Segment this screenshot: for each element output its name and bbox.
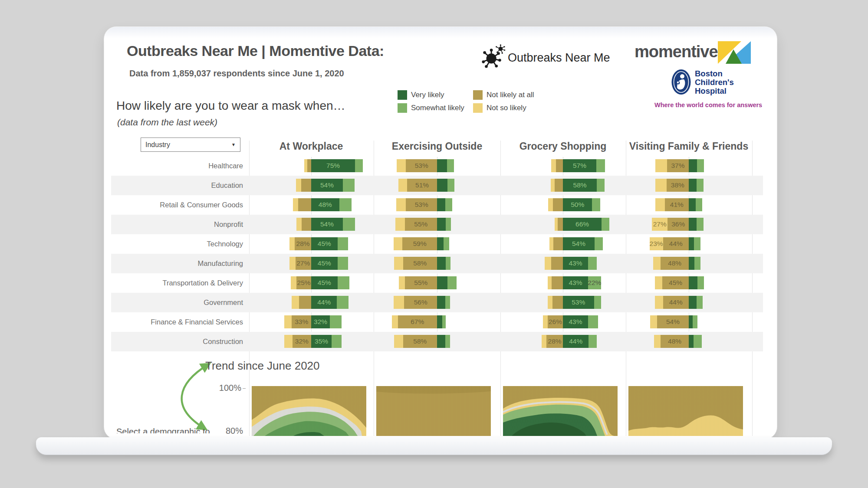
bar-segment-yellow[interactable] xyxy=(392,315,398,328)
bar-segment-yellow[interactable]: 23% xyxy=(650,237,663,250)
bar-segment-somewhat[interactable] xyxy=(444,237,450,250)
bar-segment-yellow[interactable] xyxy=(284,335,293,348)
bar-segment-somewhat[interactable]: 22% xyxy=(588,276,601,289)
bar-segment-very[interactable]: 43% xyxy=(563,276,588,289)
bar-segment-very[interactable] xyxy=(437,159,447,172)
bar-segment-yellow[interactable] xyxy=(548,276,552,289)
bar-segment-very[interactable] xyxy=(437,315,442,328)
bar-segment-very[interactable] xyxy=(689,296,697,309)
bar-segment-somewhat[interactable] xyxy=(596,159,605,172)
bar-segment-somewhat[interactable] xyxy=(697,179,704,192)
trend-chart-grocery-shopping[interactable] xyxy=(503,386,618,436)
bar-segment-very[interactable] xyxy=(689,315,693,328)
bar-segment-yellow[interactable] xyxy=(542,335,546,348)
bar-segment-gold[interactable] xyxy=(298,198,311,211)
bar[interactable]: 56% xyxy=(394,296,450,309)
bar-segment-somewhat[interactable] xyxy=(446,257,450,270)
bar-segment-gold[interactable]: 55% xyxy=(405,276,437,289)
bar-segment-somewhat[interactable] xyxy=(447,159,454,172)
bar-segment-somewhat[interactable] xyxy=(343,179,355,192)
bar[interactable]: 37% xyxy=(655,159,704,172)
bar-segment-somewhat[interactable] xyxy=(589,335,597,348)
bar-segment-gold[interactable] xyxy=(553,237,563,250)
bar[interactable]: 48% xyxy=(654,335,701,348)
bar-segment-very[interactable] xyxy=(689,198,696,211)
bar-segment-somewhat[interactable] xyxy=(595,237,603,250)
bar[interactable]: 75% xyxy=(304,159,363,172)
bar-segment-somewhat[interactable] xyxy=(693,315,697,328)
bar-segment-yellow[interactable] xyxy=(289,257,296,270)
bar-segment-very[interactable] xyxy=(689,276,697,289)
bar[interactable]: 44% xyxy=(655,296,703,309)
bar[interactable]: 51% xyxy=(398,179,455,192)
bar-segment-yellow[interactable] xyxy=(289,237,295,250)
bar-segment-yellow[interactable] xyxy=(296,218,302,231)
bar[interactable]: 44% xyxy=(292,296,349,309)
bar-segment-very[interactable]: 45% xyxy=(311,237,338,250)
bar-segment-somewhat[interactable] xyxy=(592,198,600,211)
bar[interactable]: 58% xyxy=(551,179,605,192)
bar-segment-gold[interactable]: 33% xyxy=(292,315,311,328)
bar-segment-gold[interactable] xyxy=(558,218,563,231)
bar-segment-somewhat[interactable] xyxy=(694,335,702,348)
bar-segment-yellow[interactable] xyxy=(655,198,665,211)
bar[interactable]: 57% xyxy=(551,159,605,172)
bar-segment-somewhat[interactable] xyxy=(337,296,349,309)
bar-segment-somewhat[interactable] xyxy=(330,315,342,328)
bar-segment-very[interactable]: 44% xyxy=(311,296,337,309)
bar-segment-yellow[interactable] xyxy=(293,198,298,211)
bar-segment-very[interactable]: 45% xyxy=(311,276,338,289)
bar-segment-somewhat[interactable] xyxy=(597,179,605,192)
bar[interactable]: 54% xyxy=(296,218,355,231)
bar[interactable]: 43% xyxy=(545,257,597,270)
bar-segment-somewhat[interactable] xyxy=(694,257,700,270)
bar[interactable]: 27%45% xyxy=(289,257,348,270)
bar-segment-gold[interactable]: 28% xyxy=(546,335,563,348)
bar-segment-yellow[interactable] xyxy=(296,179,301,192)
bar-segment-gold[interactable]: 36% xyxy=(667,218,689,231)
bar-segment-somewhat[interactable] xyxy=(445,335,450,348)
bar-segment-very[interactable] xyxy=(437,296,445,309)
bar[interactable]: 58% xyxy=(394,257,450,270)
bar-segment-very[interactable] xyxy=(437,335,445,348)
bar-segment-somewhat[interactable] xyxy=(588,257,597,270)
bar[interactable]: 67% xyxy=(392,315,446,328)
bar-segment-very[interactable]: 43% xyxy=(563,257,588,270)
bar[interactable]: 38% xyxy=(655,179,704,192)
bar-segment-somewhat[interactable] xyxy=(343,218,355,231)
bar-segment-yellow[interactable] xyxy=(394,257,403,270)
bar-segment-very[interactable]: 57% xyxy=(563,159,596,172)
bar-segment-very[interactable]: 54% xyxy=(563,237,595,250)
bar-segment-gold[interactable] xyxy=(302,218,311,231)
bar-segment-very[interactable] xyxy=(437,218,446,231)
bar-segment-gold[interactable]: 59% xyxy=(402,237,437,250)
bar-segment-gold[interactable] xyxy=(301,179,311,192)
bar-segment-yellow[interactable] xyxy=(398,179,407,192)
bar[interactable]: 28%45% xyxy=(289,237,348,250)
bar-segment-somewhat[interactable] xyxy=(339,198,352,211)
bar-segment-yellow[interactable] xyxy=(292,296,299,309)
bar-segment-somewhat[interactable] xyxy=(696,198,702,211)
bar-segment-yellow[interactable] xyxy=(655,159,667,172)
bar-segment-yellow[interactable] xyxy=(543,315,548,328)
bar-segment-yellow[interactable] xyxy=(551,179,555,192)
bar-segment-very[interactable] xyxy=(689,218,697,231)
bar[interactable]: 54% xyxy=(296,179,355,192)
bar-segment-very[interactable]: 54% xyxy=(311,218,343,231)
bar-segment-very[interactable] xyxy=(689,257,695,270)
bar-segment-very[interactable] xyxy=(437,179,447,192)
bar[interactable]: 58% xyxy=(394,335,450,348)
bar[interactable]: 55% xyxy=(395,218,451,231)
bar-segment-yellow[interactable] xyxy=(548,198,553,211)
bar[interactable]: 45% xyxy=(655,276,704,289)
bar-segment-very[interactable]: 43% xyxy=(563,315,588,328)
bar[interactable]: 53% xyxy=(396,198,453,211)
bar-segment-gold[interactable]: 53% xyxy=(406,159,437,172)
bar-segment-gold[interactable]: 38% xyxy=(667,179,689,192)
bar-segment-gold[interactable]: 28% xyxy=(295,237,311,250)
bar-segment-yellow[interactable]: 27% xyxy=(652,218,667,231)
bar-segment-very[interactable] xyxy=(437,276,447,289)
bar-segment-very[interactable]: 75% xyxy=(311,159,355,172)
bar-segment-very[interactable]: 50% xyxy=(563,198,592,211)
bar-segment-gold[interactable] xyxy=(556,159,563,172)
